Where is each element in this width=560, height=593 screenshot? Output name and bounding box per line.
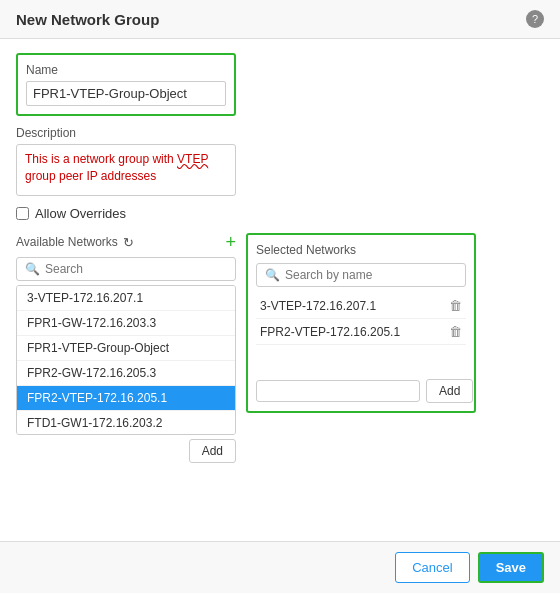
networks-row: Available Networks ↻ + 🔍 3-VTEP-172.16.2… [16, 233, 544, 463]
name-input[interactable] [26, 81, 226, 106]
available-network-list: 3-VTEP-172.16.207.1 FPR1-GW-172.16.203.3… [16, 285, 236, 435]
available-networks-title: Available Networks ↻ [16, 235, 134, 250]
selected-add-button[interactable]: Add [426, 379, 473, 403]
allow-overrides-row: Allow Overrides [16, 206, 544, 221]
description-box: This is a network group with VTEP group … [16, 144, 236, 196]
selected-networks-section: Selected Networks 🔍 3-VTEP-172.16.207.1 … [246, 233, 476, 413]
selected-search-icon: 🔍 [265, 268, 280, 282]
trash-icon[interactable]: 🗑 [449, 324, 462, 339]
selected-footer: Add [256, 379, 466, 403]
refresh-icon[interactable]: ↻ [123, 235, 134, 250]
selected-footer-input[interactable] [256, 380, 420, 402]
name-label: Name [26, 63, 226, 77]
cancel-button[interactable]: Cancel [395, 552, 469, 583]
list-item[interactable]: 3-VTEP-172.16.207.1 [17, 286, 235, 311]
description-text: This is a network group with VTEP group … [25, 152, 208, 183]
name-field-box: Name [16, 53, 236, 116]
selected-item-name: FPR2-VTEP-172.16.205.1 [260, 325, 400, 339]
help-icon[interactable]: ? [526, 10, 544, 28]
list-item[interactable]: FPR1-GW-172.16.203.3 [17, 311, 235, 336]
list-item-selected[interactable]: FPR2-VTEP-172.16.205.1 [17, 386, 235, 411]
description-section: Description This is a network group with… [16, 126, 544, 196]
dialog-body: Name Description This is a network group… [0, 39, 560, 477]
save-button[interactable]: Save [478, 552, 544, 583]
available-add-plus-button[interactable]: + [225, 233, 236, 251]
available-add-button[interactable]: Add [189, 439, 236, 463]
trash-icon[interactable]: 🗑 [449, 298, 462, 313]
list-item[interactable]: FTD1-GW1-172.16.203.2 [17, 411, 235, 435]
dialog-title: New Network Group [16, 11, 159, 28]
selected-item: FPR2-VTEP-172.16.205.1 🗑 [256, 319, 466, 345]
selected-item-name: 3-VTEP-172.16.207.1 [260, 299, 376, 313]
available-networks-header: Available Networks ↻ + [16, 233, 236, 251]
dialog-footer: Cancel Save [0, 541, 560, 593]
description-label: Description [16, 126, 544, 140]
selected-networks-title: Selected Networks [256, 243, 466, 257]
dialog-header: New Network Group ? [0, 0, 560, 39]
available-search-input[interactable] [45, 262, 227, 276]
vtep-underline: VTEP [177, 152, 208, 166]
allow-overrides-label: Allow Overrides [35, 206, 126, 221]
allow-overrides-checkbox[interactable] [16, 207, 29, 220]
available-networks-section: Available Networks ↻ + 🔍 3-VTEP-172.16.2… [16, 233, 236, 463]
selected-search-box: 🔍 [256, 263, 466, 287]
list-item[interactable]: FPR2-GW-172.16.205.3 [17, 361, 235, 386]
list-item[interactable]: FPR1-VTEP-Group-Object [17, 336, 235, 361]
selected-item: 3-VTEP-172.16.207.1 🗑 [256, 293, 466, 319]
available-add-right: Add [16, 439, 236, 463]
new-network-group-dialog: New Network Group ? Name Description Thi… [0, 0, 560, 593]
selected-search-input[interactable] [285, 268, 457, 282]
available-search-icon: 🔍 [25, 262, 40, 276]
available-search-box: 🔍 [16, 257, 236, 281]
selected-network-list: 3-VTEP-172.16.207.1 🗑 FPR2-VTEP-172.16.2… [256, 293, 466, 373]
